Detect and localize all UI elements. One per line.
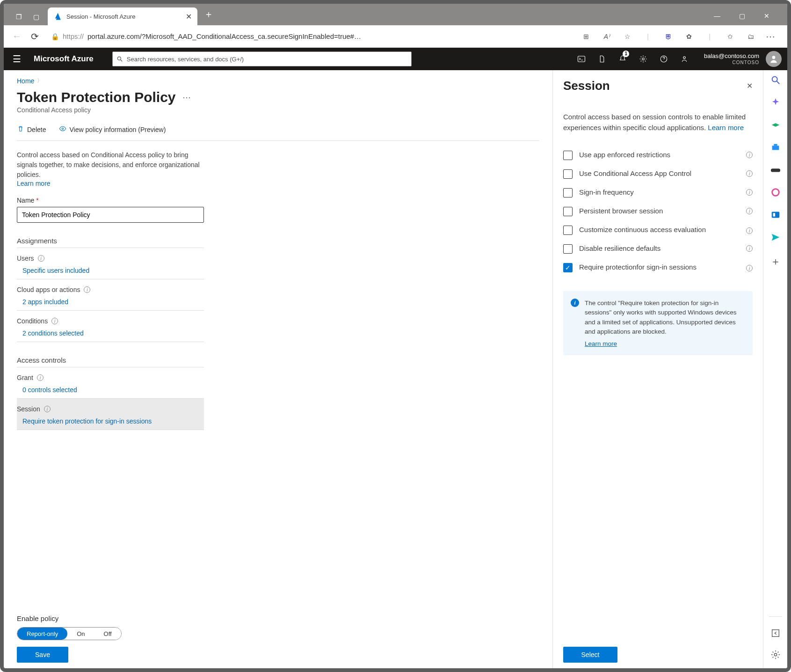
browser-menu-icon[interactable]: ⋯ (762, 31, 780, 42)
delete-button[interactable]: Delete (17, 125, 46, 134)
users-item[interactable]: Users i Specific users included (17, 248, 204, 279)
close-window-icon[interactable]: ✕ (764, 12, 769, 20)
session-link[interactable]: Require token protection for sign-in ses… (17, 413, 202, 425)
edge-games-icon[interactable] (770, 165, 781, 175)
nav-back-icon[interactable]: ← (11, 31, 22, 42)
required-star: * (36, 197, 38, 204)
info-icon[interactable]: i (746, 227, 753, 234)
account-info[interactable]: balas@contoso.com CONTOSO (695, 52, 763, 66)
edge-shopping-icon[interactable] (770, 120, 781, 130)
info-icon[interactable]: i (746, 265, 753, 271)
info-icon[interactable]: i (746, 170, 753, 177)
info-icon[interactable]: i (746, 189, 753, 196)
read-aloud-icon[interactable]: A⁾ (602, 33, 611, 40)
workspaces-icon[interactable]: ❐ (16, 13, 22, 21)
info-icon[interactable]: i (51, 318, 58, 324)
check-persistent-browser[interactable]: Persistent browser session i (563, 202, 753, 221)
session-item[interactable]: Session i Require token protection for s… (17, 399, 204, 430)
panel-close-icon[interactable]: ✕ (747, 81, 753, 90)
cloud-shell-icon[interactable] (571, 48, 592, 70)
checkbox[interactable] (563, 207, 573, 216)
page-title-more-icon[interactable]: ⋯ (182, 92, 192, 102)
info-icon[interactable]: i (746, 208, 753, 214)
avatar[interactable] (766, 51, 782, 67)
checkbox[interactable] (563, 151, 573, 160)
maximize-icon[interactable]: ▢ (739, 12, 745, 20)
users-title: Users (17, 255, 34, 262)
toggle-on[interactable]: On (67, 628, 94, 640)
toggle-off[interactable]: Off (94, 628, 121, 640)
info-icon[interactable]: i (746, 152, 753, 158)
tab-actions-icon[interactable]: ▢ (33, 13, 39, 21)
browser-tab-active[interactable]: Session - Microsoft Azure ✕ (48, 7, 197, 25)
checkbox[interactable] (563, 226, 573, 235)
address-field[interactable]: 🔒 https://portal.azure.com/?Microsoft_AA… (47, 29, 575, 44)
ublock-icon[interactable]: ⛨ (664, 33, 673, 40)
settings-icon[interactable] (633, 48, 653, 70)
enable-policy-toggle[interactable]: Report-only On Off (17, 627, 122, 640)
checkbox[interactable] (563, 188, 573, 197)
extensions-icon[interactable]: ✿ (684, 33, 694, 40)
check-caac[interactable]: Use Conditional Access App Control i (563, 165, 753, 183)
info-card-learn-more-link[interactable]: Learn more (585, 339, 744, 349)
edge-outlook-icon[interactable] (770, 210, 781, 220)
checkbox-checked[interactable]: ✓ (563, 263, 573, 272)
name-input[interactable] (17, 207, 204, 223)
save-button[interactable]: Save (17, 647, 68, 663)
check-disable-resilience[interactable]: Disable resilience defaults i (563, 240, 753, 258)
check-app-enforced[interactable]: Use app enforced restrictions i (563, 146, 753, 165)
minimize-icon[interactable]: — (714, 12, 720, 20)
info-icon[interactable]: i (746, 245, 753, 252)
edge-collapse-icon[interactable] (770, 628, 781, 638)
feedback-icon[interactable] (674, 48, 695, 70)
new-tab-button[interactable]: ＋ (197, 8, 220, 25)
edge-add-icon[interactable]: ＋ (770, 255, 781, 265)
check-label: Use Conditional Access App Control (579, 169, 737, 177)
edge-send-icon[interactable] (770, 232, 781, 242)
cloud-apps-title: Cloud apps or actions (17, 286, 80, 293)
select-button[interactable]: Select (563, 647, 617, 663)
info-icon-solid: i (571, 299, 579, 307)
conditions-item[interactable]: Conditions i 2 conditions selected (17, 311, 204, 342)
info-icon[interactable]: i (44, 406, 51, 412)
edge-search-icon[interactable] (770, 75, 781, 85)
help-icon[interactable] (653, 48, 674, 70)
browser-address-bar: ← ⟳ 🔒 https://portal.azure.com/?Microsof… (4, 25, 787, 48)
edge-bing-icon[interactable] (770, 97, 781, 108)
info-icon[interactable]: i (84, 286, 90, 293)
favorite-icon[interactable]: ☆ (623, 33, 632, 40)
portal-menu-icon[interactable]: ☰ (9, 53, 24, 65)
view-policy-info-label: View policy information (Preview) (69, 126, 166, 133)
checkbox[interactable] (563, 244, 573, 254)
favorites-bar-icon[interactable]: ✩ (726, 33, 735, 40)
info-icon[interactable]: i (37, 374, 44, 381)
azure-brand[interactable]: Microsoft Azure (30, 54, 107, 64)
policy-learn-more-link[interactable]: Learn more (17, 180, 539, 187)
grant-item[interactable]: Grant i 0 controls selected (17, 367, 204, 399)
app-install-icon[interactable]: ⊞ (581, 33, 591, 40)
cloud-apps-item[interactable]: Cloud apps or actions i 2 apps included (17, 279, 204, 311)
check-require-protection[interactable]: ✓ Require protectionfor sign-in sessions… (563, 258, 753, 277)
check-signin-frequency[interactable]: Sign-in frequency i (563, 183, 753, 202)
toggle-report-only[interactable]: Report-only (17, 628, 67, 640)
users-link[interactable]: Specific users included (17, 262, 202, 274)
info-icon[interactable]: i (38, 255, 44, 262)
breadcrumb-home[interactable]: Home (17, 77, 34, 85)
panel-learn-more-link[interactable]: Learn more (708, 124, 744, 131)
edge-sidebar-divider (769, 616, 782, 617)
global-search[interactable]: Search resources, services, and docs (G+… (112, 51, 412, 66)
refresh-icon[interactable]: ⟳ (29, 31, 40, 42)
grant-link[interactable]: 0 controls selected (17, 381, 202, 394)
collections-icon[interactable]: 🗂 (746, 33, 755, 40)
copilot-icon[interactable] (592, 48, 612, 70)
tab-close-icon[interactable]: ✕ (186, 12, 192, 21)
edge-m365-icon[interactable] (770, 187, 781, 197)
conditions-link[interactable]: 2 conditions selected (17, 325, 202, 337)
cloud-apps-link[interactable]: 2 apps included (17, 293, 202, 306)
checkbox[interactable] (563, 169, 573, 179)
edge-settings-icon[interactable] (770, 650, 781, 660)
edge-tools-icon[interactable] (770, 142, 781, 153)
view-policy-info-button[interactable]: View policy information (Preview) (59, 125, 166, 134)
notifications-icon[interactable]: 1 (612, 48, 633, 70)
check-cae[interactable]: Customize continuous access evaluation i (563, 221, 753, 240)
